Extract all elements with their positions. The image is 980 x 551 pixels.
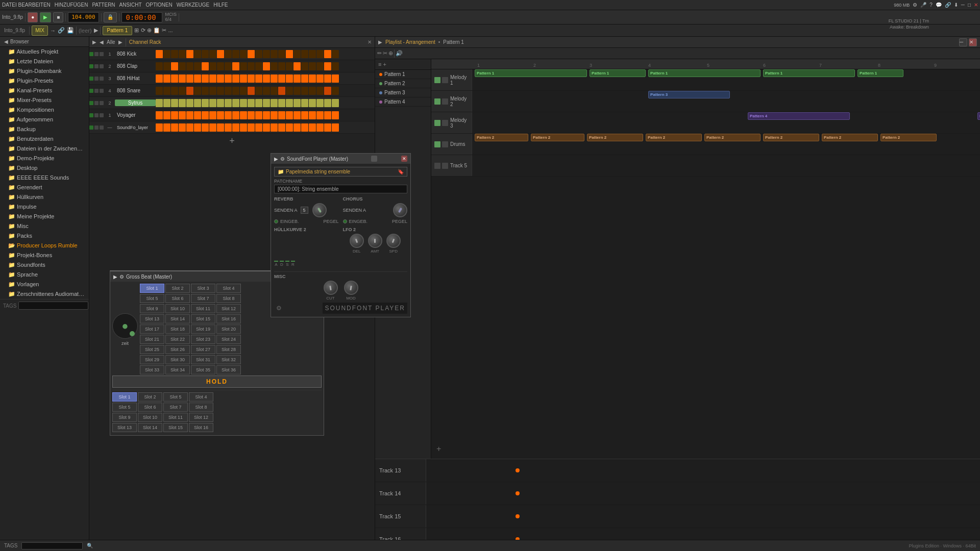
pad[interactable] <box>271 123 278 132</box>
add-track-btn[interactable]: + <box>436 444 441 454</box>
track-solo-melody1[interactable] <box>442 77 448 83</box>
sidebar-nav-back[interactable]: ◀ <box>4 39 8 44</box>
channel-rack-close[interactable]: ✕ <box>368 39 372 45</box>
maximize-icon[interactable]: □ <box>968 2 971 8</box>
ch7-mute[interactable] <box>89 126 93 130</box>
pad[interactable] <box>248 87 255 95</box>
pad[interactable] <box>225 99 232 107</box>
pad[interactable] <box>309 99 316 107</box>
menu-item-optionen[interactable]: OPTIONEN <box>146 2 173 8</box>
pad[interactable] <box>255 87 262 95</box>
ch2-name[interactable]: 808 Clap <box>115 63 156 69</box>
pad[interactable] <box>209 111 216 119</box>
status-search-input[interactable] <box>21 542 83 549</box>
record-btn[interactable]: ● <box>28 12 38 22</box>
slot-21[interactable]: Slot 21 <box>140 335 164 344</box>
pad[interactable] <box>156 87 163 95</box>
pad[interactable] <box>316 111 324 119</box>
pad[interactable] <box>278 62 285 70</box>
pad[interactable] <box>186 50 193 58</box>
pad[interactable] <box>209 123 216 132</box>
sidebar-item-soundfonts[interactable]: 📁 Soundfonts <box>0 260 89 270</box>
track-mute-drums[interactable] <box>434 141 440 147</box>
sf-reverb-radio[interactable] <box>274 219 278 223</box>
pad[interactable] <box>293 111 301 119</box>
ch2-solo[interactable] <box>94 64 99 68</box>
ch1-name[interactable]: 808 Kick <box>115 51 156 57</box>
slot-22[interactable]: Slot 22 <box>165 335 190 344</box>
sidebar-item-sprache[interactable]: 📁 Sprache <box>0 270 89 280</box>
pad[interactable] <box>286 87 293 95</box>
playlist-close[interactable]: ✕ <box>969 38 977 46</box>
pad[interactable] <box>217 74 224 83</box>
pad[interactable] <box>301 111 308 119</box>
playlist-tool-select[interactable]: ⊕ <box>388 50 393 57</box>
slot-b11[interactable]: Slot 11 <box>163 413 188 422</box>
pad[interactable] <box>255 62 262 70</box>
pad[interactable] <box>332 74 339 83</box>
pad[interactable] <box>324 87 331 95</box>
menu-item-werkzeuge[interactable]: WERKZEUGE <box>177 2 209 8</box>
ch6-mute[interactable] <box>89 113 93 117</box>
slot-28[interactable]: Slot 28 <box>216 345 241 354</box>
sf-lfo-del-knob[interactable] <box>350 234 364 248</box>
pad[interactable] <box>163 50 170 58</box>
pad[interactable] <box>309 87 316 95</box>
pad[interactable] <box>248 111 255 119</box>
slot-15[interactable]: Slot 15 <box>191 314 215 323</box>
ch4-name[interactable]: 808 Snare <box>115 88 156 93</box>
pad[interactable] <box>194 99 201 107</box>
ch3-name[interactable]: 808 HiHat <box>115 76 156 81</box>
pattern-block[interactable]: Pattern 2 <box>475 134 528 141</box>
slot-23[interactable]: Slot 23 <box>191 335 215 344</box>
sf-env-a-bar[interactable] <box>274 261 278 262</box>
pad[interactable] <box>225 50 232 58</box>
pad[interactable] <box>240 87 247 95</box>
slot-b9[interactable]: Slot 9 <box>112 413 137 422</box>
pad[interactable] <box>186 62 193 70</box>
help-icon[interactable]: ? <box>929 2 933 8</box>
sidebar-item-kanal-presets[interactable]: 📁 Kanal-Presets <box>0 86 89 95</box>
slot-6[interactable]: Slot 6 <box>165 294 190 303</box>
pad[interactable] <box>194 87 201 95</box>
pad[interactable] <box>286 123 293 132</box>
save-icon[interactable]: 💾 <box>67 27 74 34</box>
pad[interactable] <box>232 50 239 58</box>
menu-item-datei[interactable]: DATEI BEARBEITEN <box>2 2 51 8</box>
sf-env-r-bar[interactable] <box>291 261 295 262</box>
pad[interactable] <box>263 111 270 119</box>
record-icon[interactable]: 🎤 <box>920 2 926 8</box>
pad[interactable] <box>263 50 270 58</box>
pad[interactable] <box>248 123 255 132</box>
slot-16[interactable]: Slot 16 <box>216 314 241 323</box>
sidebar-item-gerendert[interactable]: 📁 Gerendert <box>0 183 89 192</box>
pad[interactable] <box>301 62 308 70</box>
pad[interactable] <box>194 74 201 83</box>
pad[interactable] <box>309 50 316 58</box>
slot-b2[interactable]: Slot 2 <box>138 392 162 402</box>
sidebar-item-zerschnittenes[interactable]: 📁 Zerschnittenes Audiomaterial <box>0 289 89 299</box>
pad[interactable] <box>324 74 331 83</box>
pattern-block[interactable]: Pattern 2 <box>704 134 761 141</box>
pad[interactable] <box>301 87 308 95</box>
pad[interactable] <box>217 87 224 95</box>
slot-25[interactable]: Slot 25 <box>140 345 164 354</box>
pad[interactable] <box>286 62 293 70</box>
ch5-solo[interactable] <box>94 101 99 105</box>
sf-chorus-knob[interactable] <box>393 203 407 217</box>
ch2-mute[interactable] <box>89 64 93 68</box>
sidebar-item-kompositionen[interactable]: 📁 Kompositionen <box>0 105 89 115</box>
slot-30[interactable]: Slot 30 <box>165 355 190 364</box>
pad[interactable] <box>179 62 186 70</box>
ch4-mute[interactable] <box>89 89 93 93</box>
slot-32[interactable]: Slot 32 <box>216 355 241 364</box>
pad[interactable] <box>171 87 178 95</box>
sf-misc-mod-knob[interactable] <box>344 281 358 295</box>
pattern-block[interactable]: Pattern 2 <box>587 134 643 141</box>
pad[interactable] <box>232 123 239 132</box>
slot-17[interactable]: Slot 17 <box>140 324 164 334</box>
pad[interactable] <box>278 50 285 58</box>
pad[interactable] <box>217 50 224 58</box>
pad[interactable] <box>171 123 178 132</box>
slot-19[interactable]: Slot 19 <box>191 324 215 334</box>
